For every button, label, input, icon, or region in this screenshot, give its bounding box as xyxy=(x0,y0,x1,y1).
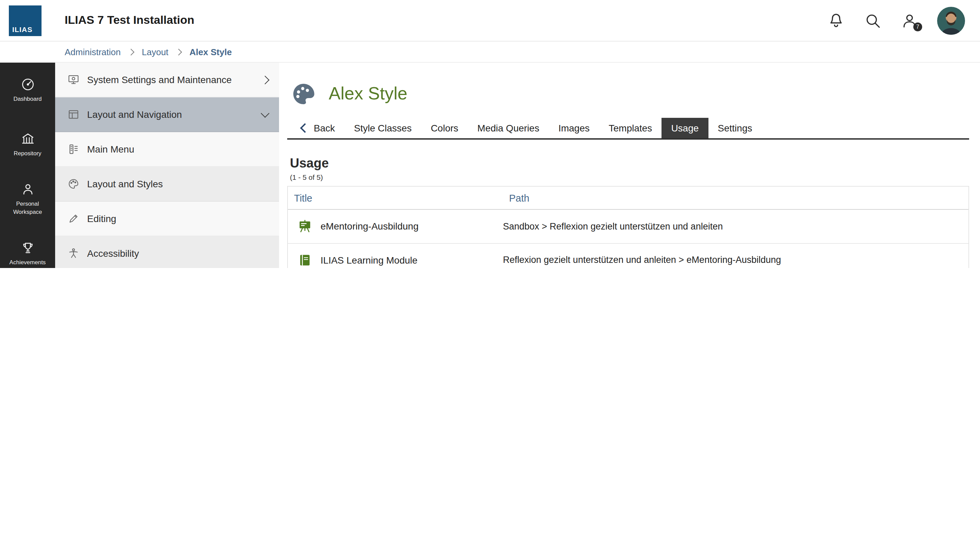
dashboard-gauge-icon xyxy=(20,77,35,92)
accessibility-icon xyxy=(67,247,80,260)
learning-module-icon xyxy=(298,253,312,268)
sidebar-item-accessibility[interactable]: Accessibility xyxy=(55,236,279,268)
sidebar-item-main-menu[interactable]: Main Menu xyxy=(55,132,279,167)
tab-templates[interactable]: Templates xyxy=(599,118,662,138)
settings-monitor-icon xyxy=(67,73,80,86)
table-row: eMentoring-Ausbildung Sandbox > Reflexio… xyxy=(288,210,969,244)
sidebar-item-layout-and-styles[interactable]: Layout and Styles xyxy=(55,167,279,202)
page-head: Alex Style xyxy=(290,80,969,106)
object-title: ILIAS Learning Module xyxy=(321,255,417,266)
sidebar-item-editing[interactable]: Editing xyxy=(55,202,279,236)
user-count-badge: 7 xyxy=(913,22,922,31)
tabs: Back Style Classes Colors Media Queries … xyxy=(287,118,969,140)
result-count-top: (1 - 5 of 5) xyxy=(290,173,969,181)
palette-icon xyxy=(67,178,80,190)
breadcrumb-administration[interactable]: Administration xyxy=(65,47,121,57)
rail-item-repository[interactable]: Repository xyxy=(0,117,55,172)
tab-usage[interactable]: Usage xyxy=(662,118,708,138)
ilias-logo[interactable]: ILIAS xyxy=(9,5,41,36)
search-button[interactable] xyxy=(864,11,882,30)
topbar-actions: 7 xyxy=(827,6,980,34)
ilias-logo-text: ILIAS xyxy=(12,25,33,33)
style-palette-icon xyxy=(290,80,317,106)
section-title: Usage xyxy=(290,156,969,171)
object-title: eMentoring-Ausbildung xyxy=(321,221,418,232)
admin-sidebar: System Settings and Maintenance Layout a… xyxy=(55,63,279,268)
menu-list-icon xyxy=(67,143,80,155)
chevron-down-icon xyxy=(261,108,269,117)
app-title: ILIAS 7 Test Installation xyxy=(65,14,194,27)
trophy-icon xyxy=(20,241,35,255)
path-cell: Reflexion gezielt unterstützen und anlei… xyxy=(503,255,969,265)
pencil-icon xyxy=(67,212,80,225)
rail-item-achievements[interactable]: Achievements xyxy=(0,226,55,268)
main-area: Dashboard Repository Personal Workspace xyxy=(0,63,980,268)
table-row: ILIAS Learning Module Reflexion gezielt … xyxy=(288,244,969,268)
repository-building-icon xyxy=(20,131,35,147)
tab-media-queries[interactable]: Media Queries xyxy=(468,118,549,138)
usage-table: Title Path eMentoring-Ausbildung xyxy=(287,186,969,268)
breadcrumb-layout[interactable]: Layout xyxy=(142,47,169,57)
notifications-button[interactable] xyxy=(827,11,845,30)
title-cell: ILIAS Learning Module xyxy=(288,253,503,268)
tab-colors[interactable]: Colors xyxy=(421,118,468,138)
admin-sidebar-items: System Settings and Maintenance Layout a… xyxy=(55,63,279,268)
breadcrumb: Administration Layout Alex Style xyxy=(0,41,980,63)
avatar[interactable] xyxy=(937,6,965,34)
main-rail: Dashboard Repository Personal Workspace xyxy=(0,63,55,268)
person-icon xyxy=(20,182,35,197)
column-header-path[interactable]: Path xyxy=(503,192,969,203)
chevron-right-icon xyxy=(128,48,135,55)
layout-grid-icon xyxy=(67,108,80,121)
user-menu-button[interactable]: 7 xyxy=(900,11,919,30)
chevron-right-icon xyxy=(261,75,269,84)
breadcrumb-alex-style[interactable]: Alex Style xyxy=(189,47,232,57)
bell-icon xyxy=(827,11,845,30)
sidebar-item-layout-and-navigation[interactable]: Layout and Navigation xyxy=(55,97,279,132)
search-icon xyxy=(864,11,882,30)
ilias-app: ILIAS ILIAS 7 Test Installation xyxy=(0,0,980,268)
column-header-title[interactable]: Title xyxy=(288,192,503,203)
tab-images[interactable]: Images xyxy=(549,118,599,138)
content: Alex Style Back Style Classes Colors Med… xyxy=(279,63,980,268)
tab-style-classes[interactable]: Style Classes xyxy=(344,118,421,138)
rail-item-personal-workspace[interactable]: Personal Workspace xyxy=(0,172,55,226)
course-icon xyxy=(298,219,312,234)
rail-item-dashboard[interactable]: Dashboard xyxy=(0,63,55,117)
tab-back[interactable]: Back xyxy=(292,118,344,138)
title-cell: eMentoring-Ausbildung xyxy=(288,219,503,234)
sidebar-item-system-settings[interactable]: System Settings and Maintenance xyxy=(55,63,279,97)
topbar: ILIAS ILIAS 7 Test Installation xyxy=(0,0,980,41)
chevron-right-icon xyxy=(176,48,182,55)
path-cell: Sandbox > Reflexion gezielt unterstützen… xyxy=(503,221,969,231)
chevron-left-icon xyxy=(300,123,310,133)
table-header-row: Title Path xyxy=(288,187,969,210)
tab-settings[interactable]: Settings xyxy=(708,118,762,138)
page-title: Alex Style xyxy=(329,83,407,104)
